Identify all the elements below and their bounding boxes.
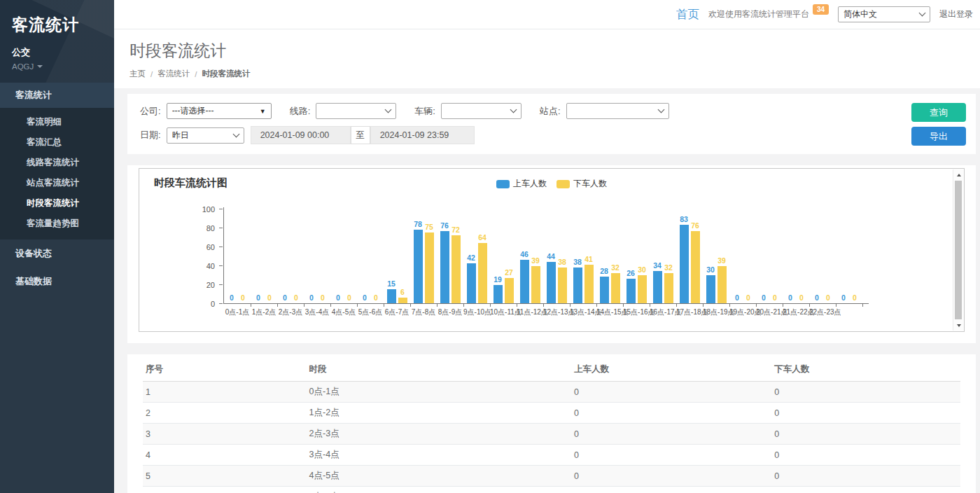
bar-上车人数[interactable] [414,230,423,303]
bar-column: 0 [265,293,274,303]
table-cell: 4 [143,445,307,466]
sidebar-item-客流统计[interactable]: 客流统计 [0,83,114,108]
bar-上车人数[interactable] [653,271,662,303]
date-range-separator: 至 [351,126,370,144]
bar-column: 75 [425,223,434,303]
sidebar-subitem-客流汇总[interactable]: 客流汇总 [0,132,114,153]
bar-上车人数[interactable] [493,285,503,303]
x-tick-label: 15点-16点 [623,307,650,317]
x-tick-label: 3点-4点 [304,307,330,317]
scrollbar-thumb[interactable] [955,181,962,319]
table-cell: 0 [771,424,960,445]
export-button[interactable]: 导出 [911,127,966,146]
bar-上车人数[interactable] [573,268,582,303]
station-select[interactable] [566,103,669,119]
bar-下车人数[interactable] [505,278,514,303]
bar-column: 19 [493,275,503,303]
table-cell: 5点-6点 [307,487,571,493]
chart-scrollbar[interactable] [953,169,963,331]
scroll-up-button[interactable] [953,169,964,180]
breadcrumb-link[interactable]: 客流统计 [158,69,190,79]
bar-value-label: 0 [256,293,260,302]
x-tick-label: 1点-2点 [251,307,277,317]
sidebar-item-设备状态[interactable]: 设备状态 [0,239,114,268]
bar-下车人数[interactable] [718,266,727,303]
bar-group-19点-20点: 00 [729,293,756,303]
logout-link[interactable]: 退出登录 [939,8,973,20]
x-tick-label: 13点-14点 [570,307,596,317]
company-select[interactable]: ---请选择--- ▼ [167,103,272,119]
bar-下车人数[interactable] [531,266,540,303]
scroll-down-button[interactable] [953,320,964,331]
bar-下车人数[interactable] [558,268,567,303]
date-end-input[interactable]: 2024-01-09 23:59 [370,126,475,144]
bar-column: 0 [372,293,381,303]
content-area: 公司: ---请选择--- ▼ 线路: 车辆 [114,88,980,493]
welcome-text: 欢迎使用客流统计管理平台 [708,8,809,20]
table-header-上车人数: 上车人数 [571,356,771,382]
chart-panel: 时段车流统计图 上车人数下车人数 020406080100 0000000000… [127,165,976,343]
bar-上车人数[interactable] [680,225,689,303]
bar-上车人数[interactable] [520,260,529,303]
bar-上车人数[interactable] [626,279,636,303]
bar-下车人数[interactable] [451,235,461,303]
sidebar-subitem-客流量趋势图[interactable]: 客流量趋势图 [0,214,114,234]
chevron-down-icon [510,106,517,113]
bar-下车人数[interactable] [664,273,673,303]
bar-下车人数[interactable] [425,232,434,303]
table-cell: 0 [771,445,960,466]
bar-上车人数[interactable] [387,289,396,303]
bar-column: 27 [505,268,514,303]
vehicle-select[interactable] [441,103,522,119]
bar-下车人数[interactable] [398,298,407,303]
date-start-input[interactable]: 2024-01-09 00:00 [251,126,351,144]
bar-上车人数[interactable] [706,275,715,304]
bar-value-label: 39 [718,256,726,265]
table-cell: 1点-2点 [307,403,571,424]
bar-group-22点-23点: 00 [809,293,836,303]
bar-column: 76 [691,221,700,303]
org-code-dropdown[interactable]: AQGJ [12,62,114,71]
bar-column: 0 [239,293,248,303]
bar-value-label: 30 [706,265,715,274]
bar-上车人数[interactable] [467,263,476,303]
bar-column: 72 [451,225,461,303]
bar-column: 0 [307,293,316,303]
bar-下车人数[interactable] [691,231,700,303]
sidebar-subitem-客流明细[interactable]: 客流明细 [0,112,114,132]
sidebar-subitem-线路客流统计[interactable]: 线路客流统计 [0,153,114,173]
line-select[interactable] [316,103,396,119]
table-row: 65点-6点00 [143,487,960,493]
bar-下车人数[interactable] [611,273,620,303]
bar-上车人数[interactable] [440,231,449,303]
bar-下车人数[interactable] [584,265,594,303]
bar-上车人数[interactable] [600,277,609,303]
bar-group-6点-7点: 156 [384,279,410,303]
sidebar-item-基础数据[interactable]: 基础数据 [0,268,114,296]
bar-下车人数[interactable] [478,243,487,303]
legend-swatch [556,180,570,188]
date-preset-select[interactable]: 昨日 [167,127,244,144]
legend-item-上车人数[interactable]: 上车人数 [496,178,547,190]
table-cell: 3 [143,424,307,445]
sidebar-menu: 客流统计客流明细客流汇总线路客流统计站点客流统计时段客流统计客流量趋势图设备状态… [0,83,114,296]
language-select[interactable]: 简体中文 [838,6,930,22]
bar-上车人数[interactable] [547,262,556,303]
query-button[interactable]: 查询 [911,103,966,122]
home-link[interactable]: 首页 [676,7,699,22]
table-header-序号: 序号 [143,356,307,382]
breadcrumb-link[interactable]: 主页 [130,69,146,79]
chevron-down-icon [232,130,239,137]
bar-column: 0 [744,293,753,303]
bar-group-9点-10点: 4264 [463,233,490,303]
chart-legend: 上车人数下车人数 [496,178,607,190]
bar-group-20点-21点: 00 [756,293,783,303]
bar-group-17点-18点: 8376 [676,215,703,303]
sidebar-subitem-站点客流统计[interactable]: 站点客流统计 [0,173,114,193]
scroll-up-icon [957,174,961,176]
sidebar-subitem-时段客流统计[interactable]: 时段客流统计 [0,193,114,214]
legend-item-下车人数[interactable]: 下车人数 [556,178,607,190]
bar-下车人数[interactable] [638,275,647,304]
company-select-value: ---请选择--- [172,105,214,117]
org-name: 公交 [12,46,114,59]
